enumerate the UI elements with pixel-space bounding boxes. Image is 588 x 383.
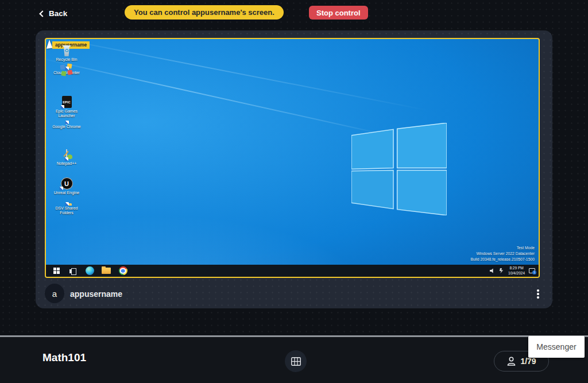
- participant-avatar: a: [45, 284, 64, 303]
- unreal-engine-icon: U: [61, 177, 73, 189]
- meeting-footer: Math101 1/79: [0, 335, 588, 383]
- desktop-icon-dsv-shared-folders[interactable]: DSV Shared Folders: [48, 205, 85, 215]
- desktop-icon-recycle-bin[interactable]: ♻ Recycle Bin: [48, 45, 85, 62]
- windows-taskbar: 8:29 PM 10/4/2024 1: [46, 265, 539, 277]
- remote-desktop-screen[interactable]: appusername ♻ Recycle Bin Cloud Mounter …: [45, 38, 540, 278]
- epic-games-icon: EPIC: [62, 96, 72, 108]
- stop-control-button[interactable]: Stop control: [309, 6, 368, 20]
- notification-badge: 1: [532, 270, 536, 274]
- chevron-left-icon: [39, 10, 45, 17]
- messenger-button[interactable]: Messenger: [528, 336, 585, 358]
- control-banner: You can control appusername's screen.: [125, 5, 284, 20]
- screen-share-card: appusername ♻ Recycle Bin Cloud Mounter …: [36, 30, 552, 308]
- participant-name: appusername: [70, 289, 122, 299]
- windows-logo: [351, 123, 447, 215]
- windows-watermark: Test Mode Windows Server 2022 Datacenter…: [471, 245, 535, 262]
- chrome-taskbar-icon[interactable]: [117, 265, 129, 277]
- start-button-icon[interactable]: [51, 265, 62, 277]
- stop-control-label: Stop control: [316, 9, 361, 17]
- recycle-bin-icon: ♻: [63, 45, 71, 56]
- desktop-icon-unreal-engine[interactable]: U Unreal Engine: [48, 177, 85, 195]
- desktop-icon-notepad-plus-plus[interactable]: Notepad++: [48, 150, 85, 166]
- taskbar-clock[interactable]: 8:29 PM 10/4/2024: [508, 266, 525, 276]
- participant-count: 1/79: [520, 357, 536, 366]
- meeting-title: Math101: [42, 351, 86, 364]
- participant-menu-button[interactable]: [533, 288, 543, 300]
- wallpaper-light-ray: [45, 56, 393, 137]
- notification-center-icon[interactable]: 1: [529, 268, 535, 273]
- edge-taskbar-icon[interactable]: [84, 265, 95, 277]
- back-button[interactable]: Back: [40, 9, 67, 18]
- grid-icon: [291, 357, 301, 366]
- grid-view-button[interactable]: [285, 350, 307, 372]
- desktop-icon-cloud-mounter[interactable]: Cloud Mounter: [48, 69, 85, 75]
- notepad-plus-plus-icon: [66, 150, 67, 160]
- file-explorer-taskbar-icon[interactable]: [100, 265, 112, 277]
- person-icon: [506, 356, 516, 366]
- volume-tray-icon[interactable]: [490, 268, 495, 273]
- network-tray-icon[interactable]: [499, 268, 504, 273]
- wallpaper-light-ray: [45, 38, 429, 111]
- task-view-icon[interactable]: [67, 265, 79, 277]
- desktop-icon-epic-games[interactable]: EPIC Epic Games Launcher: [48, 96, 85, 118]
- control-banner-text: You can control appusername's screen.: [134, 8, 274, 17]
- back-label: Back: [49, 9, 67, 18]
- desktop-icon-google-chrome[interactable]: Google Chrome: [48, 123, 85, 129]
